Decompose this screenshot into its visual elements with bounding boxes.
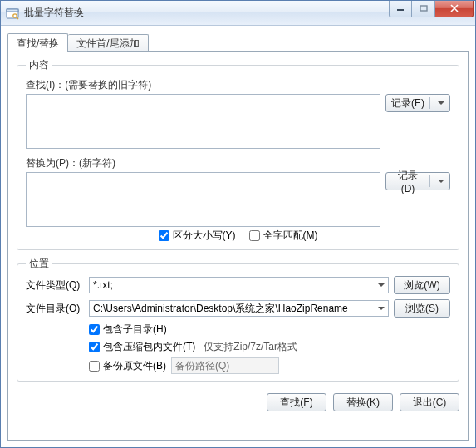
close-button[interactable] — [435, 1, 474, 17]
file-type-label: 文件类型(Q) — [26, 278, 84, 293]
app-icon — [6, 7, 19, 20]
browse-s-button[interactable]: 浏览(S) — [394, 299, 450, 318]
file-type-input[interactable] — [89, 277, 389, 293]
app-window: 批量字符替换 查找/替换 文件首/尾添加 内容 — [0, 0, 476, 448]
tab-head-tail-append[interactable]: 文件首/尾添加 — [68, 34, 148, 51]
button-label: 查找(F) — [280, 396, 312, 410]
tab-label: 文件首/尾添加 — [76, 37, 139, 49]
file-type-combo[interactable] — [89, 277, 389, 293]
record-d-button[interactable]: 记录(D) — [385, 172, 450, 190]
checkbox-label: 区分大小写(Y) — [173, 229, 236, 243]
titlebar[interactable]: 批量字符替换 — [1, 1, 475, 26]
tabs-strip: 查找/替换 文件首/尾添加 — [7, 32, 469, 51]
replace-label: 替换为(P)：(新字符) — [26, 155, 115, 170]
whole-word-checkbox[interactable]: 全字匹配(M) — [249, 229, 318, 243]
checkbox-label: 全字匹配(M) — [263, 229, 318, 243]
include-subdir-checkbox[interactable]: 包含子目录(H) — [89, 322, 450, 337]
archive-hint: 仅支持Zip/7z/Tar格式 — [204, 340, 297, 354]
find-button[interactable]: 查找(F) — [267, 393, 326, 411]
content-legend: 内容 — [26, 58, 52, 72]
svg-rect-5 — [420, 6, 427, 11]
find-input[interactable] — [26, 94, 380, 149]
window-controls — [389, 1, 474, 17]
chevron-down-icon[interactable] — [375, 278, 388, 293]
location-group: 位置 文件类型(Q) 浏览(W) 文件目录(O) — [17, 257, 459, 382]
include-subdir-input[interactable] — [89, 324, 100, 335]
button-label: 记录(E) — [391, 96, 424, 111]
minimize-button[interactable] — [389, 1, 412, 17]
client-area: 查找/替换 文件首/尾添加 内容 查找(I)：(需要替换的旧字符) 记录(E) — [1, 26, 475, 447]
button-label: 浏览(S) — [405, 302, 439, 316]
tab-panel: 内容 查找(I)：(需要替换的旧字符) 记录(E) 替换为(P)：(新字符) — [7, 51, 469, 441]
replace-button[interactable]: 替换(K) — [333, 393, 393, 411]
case-sensitive-checkbox[interactable]: 区分大小写(Y) — [159, 229, 236, 243]
backup-path-input — [171, 357, 279, 374]
case-sensitive-input[interactable] — [159, 230, 169, 241]
tab-label: 查找/替换 — [17, 37, 59, 49]
button-label: 退出(C) — [413, 396, 447, 410]
file-dir-label: 文件目录(O) — [26, 302, 84, 316]
include-archive-checkbox[interactable]: 包含压缩包内文件(T) 仅支持Zip/7z/Tar格式 — [89, 340, 450, 354]
file-dir-combo[interactable] — [89, 300, 389, 317]
content-group: 内容 查找(I)：(需要替换的旧字符) 记录(E) 替换为(P)：(新字符) — [17, 58, 459, 250]
checkbox-label: 包含压缩包内文件(T) — [103, 340, 195, 354]
tab-find-replace[interactable]: 查找/替换 — [7, 33, 68, 52]
include-archive-input[interactable] — [89, 342, 100, 352]
svg-rect-1 — [7, 9, 18, 12]
exit-button[interactable]: 退出(C) — [400, 393, 459, 411]
browse-w-button[interactable]: 浏览(W) — [394, 276, 450, 294]
whole-word-input[interactable] — [249, 230, 260, 241]
button-label: 记录(D) — [391, 169, 424, 194]
chevron-down-icon[interactable] — [375, 301, 388, 316]
button-label: 替换(K) — [346, 396, 380, 410]
replace-input[interactable] — [26, 172, 380, 227]
record-e-button[interactable]: 记录(E) — [385, 94, 450, 112]
find-label: 查找(I)：(需要替换的旧字符) — [26, 77, 151, 92]
maximize-button[interactable] — [412, 1, 435, 17]
file-dir-input[interactable] — [89, 300, 389, 317]
location-legend: 位置 — [26, 257, 52, 271]
backup-original-input[interactable] — [89, 361, 100, 372]
button-label: 浏览(W) — [404, 278, 439, 293]
backup-original-checkbox[interactable]: 备份原文件(B) — [89, 359, 166, 373]
footer-buttons: 查找(F) 替换(K) 退出(C) — [17, 388, 459, 411]
checkbox-label: 备份原文件(B) — [103, 359, 166, 373]
checkbox-label: 包含子目录(H) — [103, 322, 167, 337]
window-title: 批量字符替换 — [24, 6, 389, 20]
